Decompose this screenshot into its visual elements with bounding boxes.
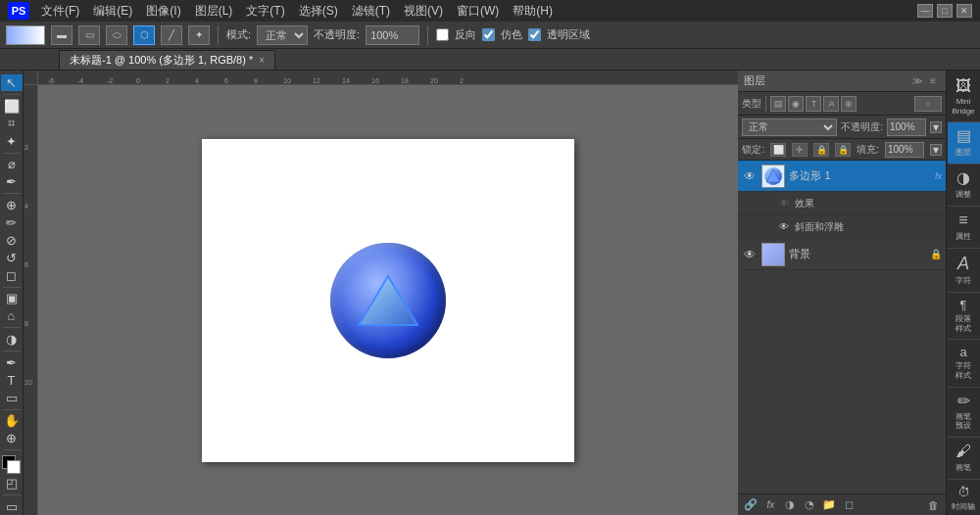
fill-value[interactable] bbox=[885, 142, 924, 158]
opacity-arrow[interactable]: ▾ bbox=[930, 121, 942, 133]
ruler-tick: 2 bbox=[166, 77, 170, 84]
kind-shape[interactable]: A bbox=[823, 96, 839, 112]
lb-link[interactable]: 🔗 bbox=[742, 497, 760, 513]
tool-lasso[interactable]: ⌗ bbox=[1, 116, 23, 132]
lock-pixels[interactable]: ⬜ bbox=[770, 143, 786, 157]
panel-adjustment[interactable]: ◑ 调整 bbox=[948, 164, 980, 207]
shape-btn-line[interactable]: ╱ bbox=[161, 25, 182, 45]
shape-btn-poly[interactable]: ⬡ bbox=[133, 25, 155, 45]
panel-mini-bridge[interactable]: 🖼 MiniBridge bbox=[948, 72, 980, 122]
fill-label: 填充: bbox=[857, 143, 879, 157]
layer-item-polygon[interactable]: 👁 多边形 1 bbox=[738, 161, 946, 192]
window-control-btn[interactable]: — bbox=[917, 4, 933, 18]
opacity-value[interactable] bbox=[887, 118, 926, 136]
layer-fx-icon[interactable]: fx bbox=[935, 171, 942, 181]
kind-type[interactable]: T bbox=[806, 96, 821, 112]
panel-timeline[interactable]: ⏱ 时间轴 bbox=[948, 480, 980, 515]
panel-layers[interactable]: ▤ 图层 bbox=[948, 122, 980, 164]
mode-select[interactable]: 正常 bbox=[257, 25, 308, 45]
menu-item[interactable]: 选择(S) bbox=[293, 1, 344, 22]
opacity-input[interactable] bbox=[366, 25, 419, 45]
document-tab[interactable]: 未标题-1 @ 100% (多边形 1, RGB/8) * × bbox=[59, 50, 275, 70]
tool-eyedropper[interactable]: ✒ bbox=[1, 173, 23, 190]
filter-toggle[interactable]: ○ bbox=[914, 96, 942, 112]
shape-btn-ellipse[interactable]: ⬭ bbox=[106, 25, 127, 45]
menu-item[interactable]: 文字(T) bbox=[240, 1, 290, 22]
dither-checkbox[interactable] bbox=[482, 28, 495, 41]
lock-all[interactable]: 🔒 bbox=[813, 143, 829, 157]
shape-btn-rounded[interactable]: ▭ bbox=[78, 25, 100, 45]
panel-char-style[interactable]: a 字符样式 bbox=[948, 340, 980, 387]
tool-marquee[interactable]: ⬜ bbox=[1, 98, 23, 115]
reverse-checkbox[interactable] bbox=[436, 28, 449, 41]
tab-close-btn[interactable]: × bbox=[259, 55, 265, 66]
menu-item[interactable]: 图层(L) bbox=[189, 1, 239, 22]
tool-dodge[interactable]: ◑ bbox=[1, 331, 23, 348]
tool-hand[interactable]: ✋ bbox=[1, 412, 23, 429]
tool-move[interactable]: ↖ bbox=[1, 74, 23, 91]
layer-item-bg[interactable]: 👁 背景 🔒 bbox=[738, 239, 946, 270]
tool-pen[interactable]: ✒ bbox=[1, 354, 23, 371]
lb-delete[interactable]: 🗑 bbox=[924, 497, 942, 513]
tool-heal[interactable]: ⊕ bbox=[1, 197, 23, 213]
menu-item[interactable]: 图像(I) bbox=[140, 1, 186, 22]
layers-panel-menu[interactable]: ≡ bbox=[926, 74, 940, 88]
menu-item[interactable]: 编辑(E) bbox=[87, 1, 138, 22]
tool-zoom[interactable]: ⊕ bbox=[1, 430, 23, 446]
menu-item[interactable]: 滤镜(T) bbox=[346, 1, 396, 22]
menu-item[interactable]: 文件(F) bbox=[35, 1, 85, 22]
shape-btn-rect[interactable]: ▬ bbox=[51, 25, 73, 45]
shape-btn-custom[interactable]: ✦ bbox=[188, 25, 210, 45]
tool-shape[interactable]: ▭ bbox=[1, 390, 23, 406]
kind-smart[interactable]: ⊕ bbox=[841, 96, 857, 112]
effects-vis[interactable]: 👁 bbox=[777, 197, 791, 211]
ruler-horizontal: -6 -4 -2 0 2 4 6 8 10 12 14 16 18 20 2 bbox=[38, 70, 738, 85]
panel-properties[interactable]: ≡ 属性 bbox=[948, 207, 980, 249]
lb-group[interactable]: 📁 bbox=[820, 497, 838, 513]
layers-panel-expand[interactable]: ≫ bbox=[910, 74, 924, 88]
fill-arrow[interactable]: ▾ bbox=[930, 144, 942, 156]
lb-adjustment[interactable]: ◔ bbox=[801, 497, 818, 513]
tool-crop[interactable]: ⌀ bbox=[1, 156, 23, 172]
menu-item[interactable]: 窗口(W) bbox=[451, 1, 505, 22]
tool-magic-wand[interactable]: ✦ bbox=[1, 133, 23, 150]
kind-pixel[interactable]: ▤ bbox=[770, 96, 786, 112]
layer-sub-effects[interactable]: 👁 效果 bbox=[738, 192, 946, 215]
tool-gradient[interactable]: ▣ bbox=[1, 290, 23, 306]
window-control-btn[interactable]: □ bbox=[937, 4, 953, 18]
tool-screen-mode[interactable]: ▭ bbox=[1, 498, 23, 515]
menu-item[interactable]: 视图(V) bbox=[398, 1, 449, 22]
triangle-shape bbox=[354, 271, 422, 330]
ruler-tick-v: 2 bbox=[24, 144, 28, 151]
layer-visibility-bg[interactable]: 👁 bbox=[742, 247, 758, 262]
ruler-tick: -6 bbox=[48, 77, 54, 84]
window-control-btn[interactable]: ✕ bbox=[956, 4, 972, 18]
menu-item[interactable]: 帮助(H) bbox=[507, 1, 559, 22]
lb-mask[interactable]: ◑ bbox=[781, 497, 799, 513]
lb-new-layer[interactable]: ◻ bbox=[840, 497, 858, 513]
panel-brush-presets[interactable]: ✏ 画笔预设 bbox=[948, 388, 980, 438]
tool-brush[interactable]: ✏ bbox=[1, 214, 23, 231]
lock-artboard[interactable]: 🔒 bbox=[835, 143, 851, 157]
panel-brush[interactable]: 🖌 画笔 bbox=[948, 438, 980, 480]
tool-history[interactable]: ↺ bbox=[1, 250, 23, 266]
layer-visibility-polygon[interactable]: 👁 bbox=[742, 168, 758, 184]
layers-list: 👁 多边形 1 bbox=[738, 161, 946, 493]
panel-character[interactable]: A 字符 bbox=[948, 249, 980, 293]
lock-position[interactable]: ✛ bbox=[792, 143, 808, 157]
main-area: ↖ ⬜ ⌗ ✦ ⌀ ✒ ⊕ ✏ ⊘ ↺ ◻ ▣ ⌂ ◑ ✒ T ▭ ✋ ⊕ ◰ … bbox=[0, 70, 980, 515]
foreground-color[interactable] bbox=[2, 455, 22, 470]
tool-quick-mask[interactable]: ◰ bbox=[1, 475, 23, 492]
tool-blur[interactable]: ⌂ bbox=[1, 307, 23, 324]
tool-clone[interactable]: ⊘ bbox=[1, 232, 23, 249]
panel-paragraph-style[interactable]: ¶ 段落样式 bbox=[948, 293, 980, 340]
tool-text[interactable]: T bbox=[1, 372, 23, 389]
layer-sub-bevel[interactable]: 👁 斜面和浮雕 bbox=[738, 215, 946, 239]
lb-fx[interactable]: fx bbox=[761, 497, 779, 513]
gradient-swatch[interactable] bbox=[6, 25, 45, 45]
kind-adjustment[interactable]: ◉ bbox=[788, 96, 804, 112]
tool-eraser[interactable]: ◻ bbox=[1, 267, 23, 284]
transparency-checkbox[interactable] bbox=[528, 28, 541, 41]
bevel-vis[interactable]: 👁 bbox=[777, 220, 791, 234]
blend-mode-select[interactable]: 正常 bbox=[742, 118, 837, 136]
